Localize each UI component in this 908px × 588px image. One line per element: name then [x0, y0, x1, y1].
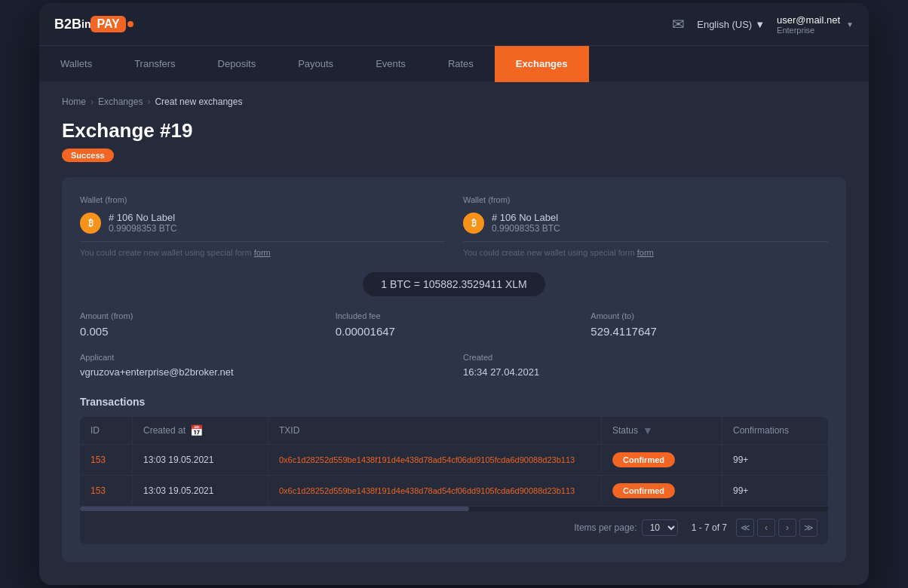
first-page-button[interactable]: ≪ [736, 519, 754, 537]
lang-selector[interactable]: English (US) ▼ [697, 19, 765, 30]
logo: B2B in PAY [54, 16, 133, 32]
created-value: 16:34 27.04.2021 [463, 366, 828, 378]
wallet-to-input[interactable]: ₿ # 106 No Label 0.99098353 BTC [463, 212, 828, 242]
calendar-icon: 📅 [190, 424, 203, 436]
top-nav: B2B in PAY ✉ English (US) ▼ user@mail.ne… [39, 3, 869, 45]
created-field: Created 16:34 27.04.2021 [463, 353, 828, 378]
breadcrumb-sep1: › [90, 96, 94, 107]
th-created-at: Created at 📅 [133, 417, 268, 444]
breadcrumb: Home › Exchanges › Creat new exchanges [62, 96, 846, 107]
wallet-to-hint-link[interactable]: form [637, 248, 654, 257]
user-role: Enterprise [777, 26, 840, 35]
tab-exchanges[interactable]: Exchanges [495, 46, 589, 82]
nav-right: ✉ English (US) ▼ user@mail.net Enterpris… [672, 14, 854, 35]
amount-from-value: 0.005 [80, 325, 317, 338]
fee-label: Included fee [336, 311, 573, 320]
amount-from-label: Amount (from) [80, 311, 317, 320]
wallet-to-info: # 106 No Label 0.99098353 BTC [492, 212, 560, 234]
td-confirmations-1: 99+ [722, 447, 828, 473]
nav-tabs: Wallets Transfers Deposits Payouts Event… [39, 45, 869, 81]
th-confirmations: Confirmations [722, 417, 828, 444]
td-confirmations-2: 99+ [722, 478, 828, 504]
td-id-2[interactable]: 153 [80, 478, 133, 504]
next-page-button[interactable]: › [778, 519, 796, 537]
breadcrumb-current: Creat new exchanges [155, 96, 242, 107]
wallet-from-hint-link[interactable]: form [254, 248, 271, 257]
amount-to-value: 529.4117647 [591, 325, 828, 338]
exchange-card: Wallet (from) ₿ # 106 No Label 0.9909835… [62, 177, 846, 562]
prev-page-button[interactable]: ‹ [757, 519, 775, 537]
applicant-field: Applicant vgruzova+enterprise@b2broker.n… [80, 353, 445, 378]
tab-deposits[interactable]: Deposits [197, 46, 278, 82]
transactions-label: Transactions [80, 396, 828, 408]
wallet-to-label: Wallet (from) [463, 195, 828, 204]
wallet-from-name: # 106 No Label [109, 212, 177, 223]
confirmed-badge-1: Confirmed [612, 452, 675, 467]
amount-from-field: Amount (from) 0.005 [80, 311, 317, 338]
logo-in: in [81, 18, 90, 30]
transactions-table: ID Created at 📅 TXID Status ▼ Confirmat [80, 417, 828, 544]
tab-transfers[interactable]: Transfers [113, 46, 196, 82]
items-per-page-label: Items per page: [574, 522, 637, 533]
tab-payouts[interactable]: Payouts [277, 46, 354, 82]
applicant-label: Applicant [80, 353, 445, 362]
rate-bubble: 1 BTC = 105882.3529411 XLM [363, 272, 544, 296]
td-txid-2[interactable]: 0x6c1d28252d559be1438f191d4e438d78ad54cf… [268, 479, 602, 503]
wallet-from-label: Wallet (from) [80, 195, 445, 204]
page-title: Exchange #19 [62, 119, 846, 142]
td-status-2: Confirmed [602, 476, 722, 506]
last-page-button[interactable]: ≫ [799, 519, 818, 537]
tab-rates[interactable]: Rates [427, 46, 495, 82]
wallet-from-info: # 106 No Label 0.99098353 BTC [109, 212, 177, 234]
td-txid-1[interactable]: 0x6c1d28252d559be1438f191d4e438d78ad54cf… [268, 448, 602, 472]
status-badge: Success [62, 149, 114, 162]
items-per-page: Items per page: 10 25 50 [574, 519, 682, 536]
amount-to-field: Amount (to) 529.4117647 [591, 311, 828, 338]
btc-to-icon: ₿ [463, 213, 484, 234]
wallet-to-balance: 0.99098353 BTC [492, 223, 560, 234]
btc-from-icon: ₿ [80, 213, 101, 234]
td-status-1: Confirmed [602, 445, 722, 475]
wallet-from-input[interactable]: ₿ # 106 No Label 0.99098353 BTC [80, 212, 445, 242]
pagination: Items per page: 10 25 50 1 - 7 of 7 ≪ ‹ … [80, 511, 828, 544]
rate-display: 1 BTC = 105882.3529411 XLM [80, 272, 828, 296]
page-nav-group: ≪ ‹ › ≫ [736, 519, 818, 537]
lang-chevron-icon: ▼ [755, 19, 765, 30]
wallet-row: Wallet (from) ₿ # 106 No Label 0.9909835… [80, 195, 828, 257]
support-icon[interactable]: ✉ [672, 15, 685, 33]
status-filter-icon[interactable]: ▼ [643, 424, 653, 436]
amounts-row: Amount (from) 0.005 Included fee 0.00001… [80, 311, 828, 338]
fee-field: Included fee 0.00001647 [336, 311, 573, 338]
wallet-from-hint: You could create new wallet using specia… [80, 248, 445, 257]
tab-wallets[interactable]: Wallets [39, 46, 113, 82]
breadcrumb-sep2: › [147, 96, 150, 107]
main-content: Home › Exchanges › Creat new exchanges E… [39, 81, 869, 585]
breadcrumb-home[interactable]: Home [62, 96, 86, 107]
user-details: user@mail.net Enterprise [777, 14, 840, 35]
applicant-value: vgruzova+enterprise@b2broker.net [80, 366, 445, 378]
user-email: user@mail.net [777, 14, 840, 26]
table-row: 153 13:03 19.05.2021 0x6c1d28252d559be14… [80, 445, 828, 476]
td-id-1[interactable]: 153 [80, 447, 133, 473]
wallet-to-hint: You could create new wallet using specia… [463, 248, 828, 257]
lang-label: English (US) [697, 19, 752, 30]
td-created-2: 13:03 19.05.2021 [133, 478, 268, 504]
logo-dot [127, 21, 133, 27]
user-chevron-icon: ▼ [846, 20, 854, 29]
td-created-1: 13:03 19.05.2021 [133, 447, 268, 473]
table-row: 153 13:03 19.05.2021 0x6c1d28252d559be14… [80, 476, 828, 507]
table-header: ID Created at 📅 TXID Status ▼ Confirmat [80, 417, 828, 445]
logo-pay: PAY [90, 16, 125, 32]
meta-row: Applicant vgruzova+enterprise@b2broker.n… [80, 353, 828, 378]
user-menu[interactable]: user@mail.net Enterprise ▼ [777, 14, 854, 35]
per-page-select[interactable]: 10 25 50 [642, 519, 678, 536]
fee-value: 0.00001647 [336, 325, 573, 338]
th-id: ID [80, 417, 133, 444]
created-label: Created [463, 353, 828, 362]
wallet-to-section: Wallet (from) ₿ # 106 No Label 0.9909835… [463, 195, 828, 257]
th-txid: TXID [268, 417, 602, 444]
wallet-from-section: Wallet (from) ₿ # 106 No Label 0.9909835… [80, 195, 445, 257]
th-status: Status ▼ [602, 417, 722, 444]
breadcrumb-exchanges[interactable]: Exchanges [98, 96, 143, 107]
tab-events[interactable]: Events [354, 46, 427, 82]
